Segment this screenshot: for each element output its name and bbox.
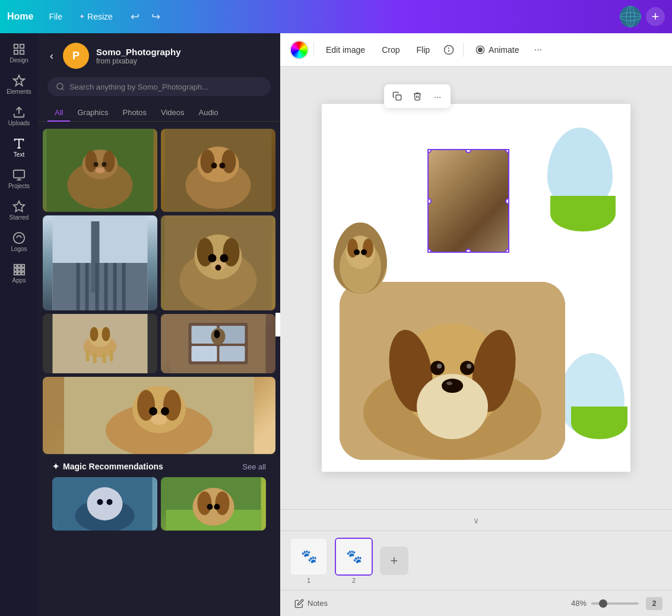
list-item[interactable]	[161, 314, 275, 373]
animate-button[interactable]: Animate	[468, 42, 526, 58]
svg-point-65	[90, 327, 99, 341]
edit-image-button[interactable]: Edit image	[319, 42, 372, 58]
selection-handle-mr[interactable]	[505, 198, 509, 204]
tab-graphics[interactable]: Graphics	[70, 104, 115, 122]
svg-rect-70	[110, 350, 113, 361]
selection-handle-tr[interactable]	[505, 149, 509, 153]
trash-icon	[413, 91, 422, 101]
file-menu[interactable]: File	[43, 8, 68, 25]
sidebar-item-text[interactable]: Text	[2, 132, 36, 163]
svg-rect-7	[14, 50, 18, 54]
sidebar-item-design[interactable]: Design	[2, 38, 36, 68]
svg-rect-13	[14, 170, 24, 178]
home-link[interactable]: Home	[7, 11, 33, 22]
tab-photos[interactable]: Photos	[115, 104, 153, 122]
search-bar[interactable]	[47, 77, 271, 96]
sidebar-item-uploads[interactable]: Uploads	[2, 101, 36, 131]
svg-point-115	[442, 379, 463, 393]
tab-videos[interactable]: Videos	[154, 104, 192, 122]
list-item[interactable]	[161, 129, 275, 212]
chevron-down-icon[interactable]: ∨	[473, 516, 479, 525]
svg-point-27	[57, 83, 63, 89]
canvas-workspace[interactable]: ···	[280, 66, 672, 509]
svg-point-42	[211, 163, 217, 169]
dog-portrait-image	[161, 215, 275, 310]
svg-rect-21	[14, 268, 17, 271]
selected-image[interactable]: ↻	[427, 149, 509, 253]
magic-image-2	[161, 477, 266, 531]
paw-icon-2: 🐾	[346, 550, 362, 563]
list-item[interactable]	[161, 477, 266, 531]
delete-button[interactable]	[408, 87, 427, 106]
notes-label: Notes	[308, 599, 328, 608]
selection-handle-br[interactable]	[505, 249, 509, 253]
svg-rect-25	[18, 272, 21, 275]
main-dog-canvas-image[interactable]	[340, 282, 565, 460]
oval-dog-overlay[interactable]	[334, 223, 387, 294]
more-options-button[interactable]: ···	[528, 40, 547, 59]
see-all-button[interactable]: See all	[242, 462, 266, 471]
sidebar-item-apps[interactable]: Apps	[2, 258, 36, 288]
info-button[interactable]	[439, 40, 458, 59]
search-input[interactable]	[69, 82, 262, 91]
filter-tabs: All Graphics Photos Videos Audio	[38, 96, 280, 122]
svg-rect-19	[18, 265, 21, 268]
page-indicator: 2	[646, 597, 663, 610]
page-number-1: 1	[307, 577, 310, 584]
sidebar-item-starred[interactable]: Starred	[2, 195, 36, 226]
add-button[interactable]: +	[646, 7, 665, 26]
list-item[interactable]	[52, 477, 157, 531]
more-element-options-button[interactable]: ···	[428, 87, 447, 106]
dog-image-1	[43, 129, 157, 212]
svg-point-90	[97, 499, 103, 505]
color-palette-button[interactable]	[290, 40, 309, 59]
green-element-top	[550, 196, 616, 231]
svg-point-127	[453, 178, 486, 211]
svg-rect-136	[481, 217, 486, 234]
window-image	[161, 314, 275, 373]
crop-button[interactable]: Crop	[375, 42, 407, 58]
tab-all[interactable]: All	[47, 104, 70, 122]
flip-button[interactable]: Flip	[410, 42, 438, 58]
list-item[interactable]	[161, 215, 275, 310]
svg-rect-5	[14, 45, 18, 48]
resize-button[interactable]: ✦ Resize	[73, 8, 119, 25]
user-avatar[interactable]	[620, 6, 641, 27]
sidebar-item-logos[interactable]: Logos	[2, 227, 36, 257]
magic-image-1	[52, 477, 157, 531]
sidebar-item-elements[interactable]: Elements	[2, 69, 36, 100]
notes-button[interactable]: Notes	[290, 596, 332, 611]
page-thumbnail-2[interactable]: 🐾	[335, 538, 373, 576]
page-thumbnail-1[interactable]: 🐾	[290, 538, 328, 576]
list-item[interactable]	[43, 215, 157, 310]
logos-icon	[12, 231, 26, 245]
tab-audio[interactable]: Audio	[191, 104, 225, 122]
canvas-page[interactable]: ↻	[322, 104, 630, 472]
duplicate-button[interactable]	[388, 87, 407, 106]
svg-point-84	[149, 407, 157, 415]
back-button[interactable]: ‹	[47, 47, 56, 65]
add-page-button[interactable]: +	[380, 547, 408, 575]
selected-dog-svg	[429, 150, 509, 253]
paw-icon-1: 🐾	[301, 550, 317, 563]
list-item[interactable]	[43, 377, 275, 454]
svg-point-123	[361, 249, 367, 255]
green-element-bottom	[571, 407, 627, 439]
selection-handle-ml[interactable]	[427, 198, 432, 204]
projects-icon	[12, 169, 26, 182]
list-item[interactable]	[43, 314, 157, 373]
collapse-sidebar-button[interactable]: ‹	[275, 313, 280, 336]
selection-handle-bl[interactable]	[427, 249, 432, 253]
selection-handle-tm[interactable]	[465, 149, 471, 153]
canvas-area: Edit image Crop Flip Animate ···	[280, 33, 672, 616]
list-item[interactable]	[43, 129, 157, 212]
undo-button[interactable]: ↩	[126, 8, 144, 26]
zoom-control: 48%	[571, 599, 639, 608]
selection-handle-tl[interactable]	[427, 149, 432, 153]
selection-handle-bm[interactable]	[465, 249, 471, 253]
redo-button[interactable]: ↪	[147, 8, 165, 26]
zoom-slider[interactable]	[591, 602, 639, 605]
svg-rect-22	[18, 268, 21, 271]
bottom-collapse-bar[interactable]: ∨	[280, 509, 672, 531]
sidebar-item-projects[interactable]: Projects	[2, 164, 36, 194]
